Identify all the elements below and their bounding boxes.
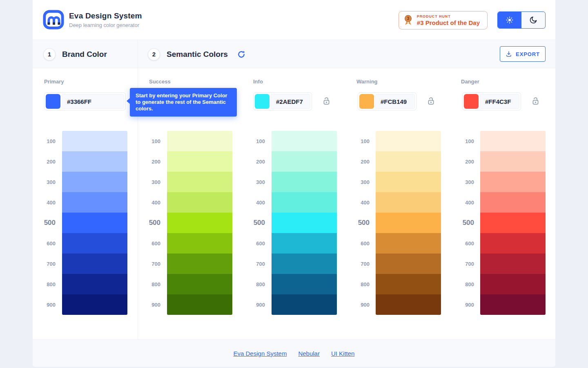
refresh-icon (237, 50, 246, 59)
export-button[interactable]: EXPORT (500, 46, 546, 62)
danger-scale-swatch[interactable] (480, 213, 546, 233)
medal-rank: 3 (407, 16, 409, 21)
footer-link-nebular[interactable]: Nebular (298, 350, 320, 357)
primary-scale-swatch[interactable] (62, 192, 127, 213)
info-label: Info (253, 79, 263, 85)
warning-shade-labels: 100200300400500600700800900 (352, 131, 370, 315)
info-scale-swatch[interactable] (272, 254, 337, 274)
step-band: 1 Brand Color 2 Semantic Colors EXPORT (33, 40, 555, 68)
shade-label: 200 (143, 151, 160, 172)
primary-scale-swatch[interactable] (62, 254, 127, 274)
primary-scale-swatch[interactable] (62, 151, 127, 172)
primary-scale-swatch[interactable] (62, 274, 127, 294)
primary-scale-swatch[interactable] (62, 294, 127, 315)
info-scale-swatch[interactable] (272, 151, 337, 172)
warning-scale-swatch[interactable] (376, 233, 441, 254)
info-scale-swatch[interactable] (272, 192, 337, 213)
primary-scale-swatch[interactable] (62, 131, 127, 151)
primary-label: Primary (44, 79, 64, 85)
shade-label: 500 (38, 213, 56, 233)
shade-label: 700 (248, 254, 265, 274)
step-semantic-colors: 2 Semantic Colors (148, 40, 247, 68)
info-scale-swatch[interactable] (272, 213, 337, 233)
warning-scale-swatch[interactable] (376, 294, 441, 315)
success-scale-swatch[interactable] (167, 151, 232, 172)
primary-color-preview[interactable] (46, 94, 60, 109)
info-scale-swatch[interactable] (272, 294, 337, 315)
footer-link-eva[interactable]: Eva Design System (234, 350, 287, 357)
shade-label: 900 (352, 294, 370, 315)
warning-scale-swatch[interactable] (376, 172, 441, 192)
info-color-preview[interactable] (255, 94, 270, 109)
info-scale-swatch[interactable] (272, 274, 337, 294)
success-scale-swatch[interactable] (167, 213, 232, 233)
product-hunt-badge[interactable]: 3 PRODUCT HUNT #3 Product of the Day (399, 11, 488, 29)
regenerate-button[interactable] (236, 49, 247, 60)
danger-label: Danger (461, 79, 479, 85)
success-scale-swatch[interactable] (167, 254, 232, 274)
shade-label: 100 (352, 131, 370, 151)
success-scale-swatch[interactable] (167, 192, 232, 213)
dark-theme-button[interactable] (521, 12, 545, 28)
shade-label: 100 (457, 131, 474, 151)
success-scale-swatch[interactable] (167, 172, 232, 192)
step-brand-color: 1 Brand Color (43, 40, 107, 68)
shade-label: 500 (352, 213, 370, 233)
success-scale-swatch[interactable] (167, 131, 232, 151)
warning-scale-swatch[interactable] (376, 151, 441, 172)
danger-color-input-group (462, 92, 521, 110)
info-scale-swatch[interactable] (272, 131, 337, 151)
success-scale-swatch[interactable] (167, 274, 232, 294)
warning-label: Warning (356, 79, 378, 85)
product-hunt-label: PRODUCT HUNT (417, 14, 480, 18)
app-title: Eva Design System (69, 11, 142, 20)
danger-scale-swatch[interactable] (480, 294, 546, 315)
footer-link-ui-kitten[interactable]: UI Kitten (331, 350, 355, 357)
eva-logo-icon[interactable] (42, 9, 65, 31)
danger-scale-swatch[interactable] (480, 151, 546, 172)
danger-scale-swatch[interactable] (480, 254, 546, 274)
danger-scale-swatch[interactable] (480, 233, 546, 254)
primary-color-tooltip: Start by entering your Primary Color to … (130, 88, 237, 117)
info-lock-button[interactable] (322, 97, 331, 106)
danger-scale-swatch[interactable] (480, 274, 546, 294)
shade-label: 600 (143, 233, 160, 254)
warning-scale-swatch[interactable] (376, 192, 441, 213)
shade-label: 800 (352, 274, 370, 294)
warning-lock-button[interactable] (426, 97, 435, 106)
warning-scale-swatch[interactable] (376, 213, 441, 233)
danger-scale-swatch[interactable] (480, 131, 546, 151)
warning-color-input-group (358, 92, 416, 110)
shade-label: 700 (352, 254, 370, 274)
primary-hex-input[interactable] (62, 94, 124, 109)
info-hex-input[interactable] (271, 94, 310, 109)
warning-hex-input[interactable] (375, 94, 415, 109)
info-scale-swatch[interactable] (272, 172, 337, 192)
moon-icon (529, 16, 537, 24)
primary-scale-swatch[interactable] (62, 233, 127, 254)
warning-color-preview[interactable] (359, 94, 374, 109)
shade-label: 300 (248, 172, 265, 192)
danger-scale-swatch[interactable] (480, 192, 546, 213)
shade-label: 600 (352, 233, 370, 254)
success-scale-swatch[interactable] (167, 294, 232, 315)
shade-label: 100 (248, 131, 265, 151)
danger-hex-input[interactable] (480, 94, 519, 109)
info-scale-swatch[interactable] (272, 233, 337, 254)
warning-scale-swatch[interactable] (376, 131, 441, 151)
shade-label: 400 (143, 192, 160, 213)
app-card: Eva Design System Deep learning color ge… (33, 0, 555, 367)
primary-scale-swatch[interactable] (62, 213, 127, 233)
warning-scale-swatch[interactable] (376, 254, 441, 274)
shade-label: 800 (38, 274, 56, 294)
warning-scale-swatch[interactable] (376, 274, 441, 294)
light-theme-button[interactable] (498, 12, 521, 28)
danger-lock-button[interactable] (531, 97, 540, 106)
shade-label: 700 (457, 254, 474, 274)
danger-scale-swatch[interactable] (480, 172, 546, 192)
header: Eva Design System Deep learning color ge… (33, 0, 555, 40)
danger-color-preview[interactable] (464, 94, 479, 109)
shade-label: 500 (143, 213, 160, 233)
primary-scale-swatch[interactable] (62, 172, 127, 192)
success-scale-swatch[interactable] (167, 233, 232, 254)
